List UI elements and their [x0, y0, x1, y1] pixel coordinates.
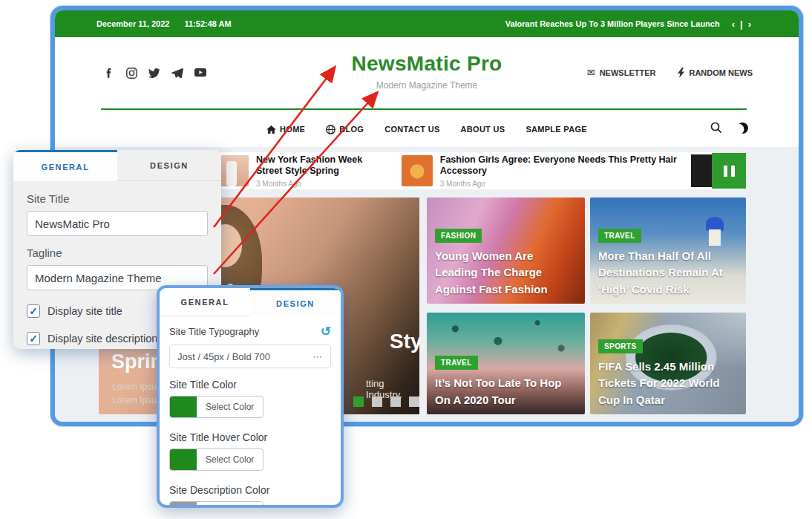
date-label: December 11, 2022 — [96, 19, 169, 28]
nav-home-label: HOME — [280, 125, 305, 134]
tab-design[interactable]: DESIGN — [117, 150, 221, 181]
color-swatch-gray[interactable] — [170, 501, 197, 508]
hero-headline-right: Style — [390, 330, 419, 353]
customizer-panel-design: GENERAL DESIGN Site Title Typography ↺ J… — [157, 285, 344, 508]
pause-icon — [731, 166, 735, 177]
dark-mode-moon-icon[interactable] — [736, 121, 749, 134]
flash-news-headline[interactable]: Valorant Reaches Up To 3 Million Players… — [505, 19, 720, 28]
newsletter-label: NEWSLETTER — [600, 68, 656, 77]
site-title-label: Site Title — [27, 192, 208, 205]
checkbox-checked-icon[interactable]: ✓ — [27, 332, 40, 345]
category-badge[interactable]: TRAVEL — [435, 356, 478, 370]
top-bar: December 11, 2022 11:52:48 AM Valorant R… — [55, 10, 799, 37]
checkbox-checked-icon[interactable]: ✓ — [27, 304, 40, 318]
site-title-input[interactable] — [27, 211, 208, 236]
post-card-travel[interactable]: TRAVEL More Than Half Of All Destination… — [590, 198, 746, 304]
main-nav: HOME BLOG CONTACT US ABOUT US SAMPLE PAG… — [55, 111, 799, 147]
site-title-color-picker[interactable]: Select Color — [169, 396, 263, 418]
datetime: December 11, 2022 11:52:48 AM — [55, 19, 232, 28]
hero-pagination — [353, 396, 419, 407]
nav-about-label: ABOUT US — [461, 125, 505, 134]
newsletter-button[interactable]: ✉ NEWSLETTER — [587, 67, 656, 78]
post-title[interactable]: Young Women Are Leading The Charge Again… — [435, 248, 577, 298]
category-badge[interactable]: TRAVEL — [598, 229, 641, 243]
flash-next-arrow[interactable]: › — [748, 19, 751, 30]
ticker-thumbnail — [217, 155, 249, 186]
display-site-title-label: Display site title — [48, 305, 122, 317]
site-title-hover-color-picker[interactable]: Select Color — [169, 448, 263, 471]
pagination-dot[interactable] — [390, 396, 401, 407]
time-label: 11:52:48 AM — [184, 19, 231, 28]
bolt-icon — [678, 68, 684, 78]
nav-contact[interactable]: CONTACT US — [384, 125, 439, 134]
ticker-title[interactable]: Fashion Girls Agree: Everyone Needs This… — [440, 154, 691, 177]
nav-home[interactable]: HOME — [266, 125, 305, 134]
ticker-time: 3 Months Ago — [440, 180, 691, 188]
post-card-sports[interactable]: SPORTS FIFA Sells 2.45 Million Tickets F… — [590, 313, 746, 414]
flash-separator: | — [740, 19, 743, 30]
color-swatch-green[interactable] — [170, 396, 197, 418]
pagination-dot[interactable] — [409, 396, 419, 407]
category-badge[interactable]: FASHION — [435, 229, 482, 243]
flash-prev-arrow[interactable]: ‹ — [732, 19, 735, 30]
typography-value: Jost / 45px / Bold 700 — [177, 351, 270, 362]
reset-icon[interactable]: ↺ — [321, 325, 331, 338]
nav-sample-page[interactable]: SAMPLE PAGE — [525, 125, 587, 134]
envelope-icon: ✉ — [587, 67, 595, 78]
pause-icon — [724, 166, 727, 177]
ticker-thumbnail — [402, 155, 433, 186]
site-description-color-picker[interactable]: Select Color — [169, 501, 263, 508]
globe-icon — [326, 125, 335, 134]
display-site-description-label: Display site description — [48, 333, 157, 345]
tab-general[interactable]: GENERAL — [160, 288, 250, 316]
nav-blog[interactable]: BLOG — [326, 125, 364, 134]
select-color-label: Select Color — [197, 402, 263, 412]
nav-blog-label: BLOG — [339, 125, 364, 134]
search-icon[interactable] — [710, 122, 722, 134]
ticker-time: 3 Months Ago — [256, 180, 391, 188]
typography-selector[interactable]: Jost / 45px / Bold 700 ⋯ — [169, 345, 331, 368]
category-badge[interactable]: SPORTS — [598, 339, 643, 353]
nav-sample-label: SAMPLE PAGE — [525, 125, 587, 134]
tab-design[interactable]: DESIGN — [250, 288, 341, 316]
pagination-dot[interactable] — [372, 396, 382, 407]
more-options-icon[interactable]: ⋯ — [312, 351, 323, 362]
color-swatch-green[interactable] — [170, 448, 197, 471]
ticker-title[interactable]: New York Fashion Week Street Style Sprin… — [256, 154, 391, 177]
ticker-item[interactable]: Fashion Girls Agree: Everyone Needs This… — [402, 154, 691, 188]
tagline-label: Tagline — [27, 247, 208, 259]
ticker-pause-button[interactable] — [712, 153, 746, 189]
random-news-button[interactable]: RANDOM NEWS — [678, 67, 753, 78]
site-description-color-label: Site Description Color — [169, 484, 331, 496]
ticker-item[interactable]: New York Fashion Week Street Style Sprin… — [217, 154, 391, 188]
site-title-hover-color-label: Site Title Hover Color — [169, 431, 331, 443]
site-title-color-label: Site Title Color — [169, 379, 331, 391]
nav-contact-label: CONTACT US — [384, 125, 439, 134]
ticker-thumbnail-partial — [691, 154, 712, 187]
nav-about[interactable]: ABOUT US — [461, 125, 505, 134]
home-icon — [266, 125, 276, 134]
tab-general[interactable]: GENERAL — [13, 150, 117, 181]
random-news-label: RANDOM NEWS — [689, 68, 753, 77]
post-card-fashion[interactable]: FASHION Young Women Are Leading The Char… — [427, 198, 585, 304]
site-tagline: Modern Magazine Theme — [55, 80, 799, 91]
post-title[interactable]: More Than Half Of All Destinations Remai… — [598, 248, 739, 298]
post-title[interactable]: It’s Not Too Late To Hop On A 2020 Tour — [435, 375, 577, 408]
header-divider — [101, 108, 747, 110]
post-title[interactable]: FIFA Sells 2.45 Million Tickets For 2022… — [598, 359, 739, 409]
typography-label: Site Title Typography — [169, 326, 259, 337]
select-color-label: Select Color — [197, 454, 263, 465]
select-color-label: Select Color — [197, 507, 263, 508]
pagination-dot-active[interactable] — [353, 396, 364, 407]
post-card-travel-2[interactable]: TRAVEL It’s Not Too Late To Hop On A 202… — [427, 313, 585, 414]
